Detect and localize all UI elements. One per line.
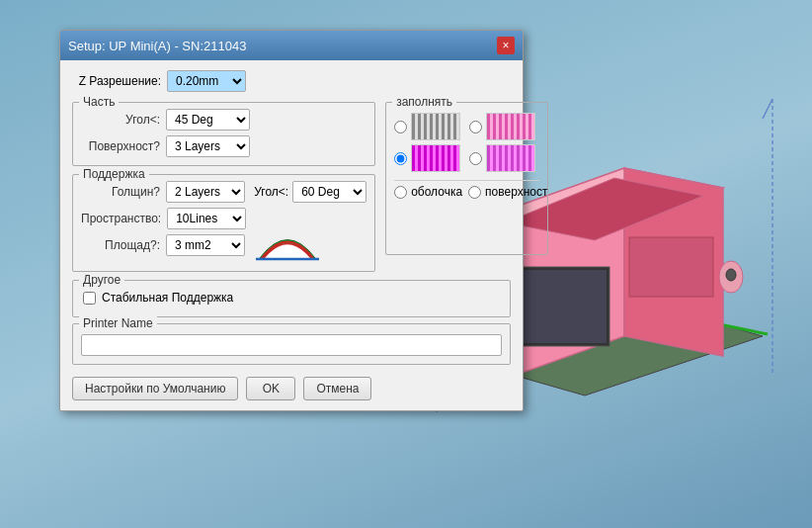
fill-pattern-4	[486, 144, 535, 172]
support-group: Поддержка Голщин? 2 Layers 1 Layers 3 La…	[72, 174, 375, 272]
support-right-col: Угол<: 60 Deg 45 Deg 75 Deg	[254, 181, 366, 263]
fill-pattern-3	[411, 144, 460, 172]
button-row: Настройки по Умолчанию OK Отмена	[72, 373, 511, 402]
dialog-title: Setup: UP Mini(A) - SN:211043	[68, 39, 246, 53]
support-arch-icon	[254, 212, 321, 263]
support-angle-label: Угол<:	[254, 185, 288, 199]
fill-option-1[interactable]	[394, 113, 465, 140]
fill-pattern-grey-v	[412, 114, 459, 139]
fill-radio-1[interactable]	[394, 121, 407, 133]
support-angle-select[interactable]: 60 Deg 45 Deg 75 Deg	[292, 181, 366, 203]
fill-option-4[interactable]	[469, 144, 540, 172]
angle-row: Угол<: 45 Deg 30 Deg 60 Deg	[81, 109, 366, 131]
fill-pattern-pink-m	[487, 145, 534, 171]
printer-name-group: Printer Name	[72, 323, 511, 365]
stable-support-row: Стабильная Поддержка	[81, 287, 502, 308]
shell-option[interactable]: оболочка	[394, 185, 462, 199]
ok-button[interactable]: OK	[246, 377, 295, 400]
other-group: Другое Стабильная Поддержка	[72, 280, 511, 317]
left-column: Часть Угол<: 45 Deg 30 Deg 60 Deg Поверх…	[72, 102, 375, 280]
part-group-label: Часть	[79, 95, 119, 109]
area-label: Площад?:	[81, 238, 160, 252]
surface-row: Поверхност? 3 Layers 2 Layers 4 Layers	[81, 135, 366, 157]
angle-select[interactable]: 45 Deg 30 Deg 60 Deg	[166, 109, 250, 131]
surface-label: Поверхност?	[81, 139, 160, 153]
thickness-row: Голщин? 2 Layers 1 Layers 3 Layers	[81, 181, 246, 203]
svg-rect-16	[629, 237, 713, 297]
z-resolution-row: Z Разрешение: 0.20mm 0.10mm 0.15mm 0.25m…	[72, 70, 511, 92]
fill-pattern-2	[486, 113, 535, 140]
other-group-label: Другое	[79, 273, 124, 287]
right-column: заполнять	[385, 102, 548, 280]
stable-support-label: Стабильная Поддержка	[102, 291, 233, 305]
fill-radio-3[interactable]	[394, 152, 407, 165]
setup-dialog: Setup: UP Mini(A) - SN:211043 × Z Разреш…	[59, 30, 524, 411]
surface-label2: поверхност	[485, 185, 547, 199]
z-resolution-label: Z Разрешение:	[72, 74, 161, 88]
surface-select[interactable]: 3 Layers 2 Layers 4 Layers	[166, 135, 250, 157]
surface-radio[interactable]	[468, 186, 481, 199]
cancel-button[interactable]: Отмена	[303, 377, 371, 400]
part-group: Часть Угол<: 45 Deg 30 Deg 60 Deg Поверх…	[72, 102, 375, 166]
support-group-label: Поддержка	[79, 167, 149, 181]
fill-pattern-pink-v	[487, 114, 534, 139]
close-button[interactable]: ×	[497, 37, 515, 54]
support-angle-row: Угол<: 60 Deg 45 Deg 75 Deg	[254, 181, 366, 203]
area-select[interactable]: 3 mm2 1 mm2 2 mm2 4 mm2	[166, 234, 245, 256]
fill-patterns-grid	[394, 109, 539, 172]
thickness-select[interactable]: 2 Layers 1 Layers 3 Layers	[166, 181, 245, 203]
svg-point-18	[726, 269, 736, 281]
surface-option[interactable]: поверхност	[468, 185, 547, 199]
printer-name-input[interactable]	[81, 334, 502, 356]
support-left-col: Голщин? 2 Layers 1 Layers 3 Layers Прост…	[81, 181, 246, 263]
fill-option-3[interactable]	[394, 144, 465, 172]
fill-radio-4[interactable]	[469, 152, 482, 165]
two-col-layout: Часть Угол<: 45 Deg 30 Deg 60 Deg Поверх…	[72, 102, 511, 280]
area-row: Площад?: 3 mm2 1 mm2 2 mm2 4 mm2	[81, 234, 246, 256]
dialog-titlebar: Setup: UP Mini(A) - SN:211043 ×	[60, 31, 523, 60]
space-select[interactable]: 10Lines 5Lines 8Lines 12Lines	[167, 208, 246, 229]
space-label: Пространство:	[81, 212, 161, 225]
z-resolution-select[interactable]: 0.20mm 0.10mm 0.15mm 0.25mm 0.30mm	[167, 70, 246, 92]
stable-support-checkbox[interactable]	[83, 292, 96, 305]
thickness-label: Голщин?	[81, 185, 160, 199]
defaults-button[interactable]: Настройки по Умолчанию	[72, 377, 238, 400]
space-row: Пространство: 10Lines 5Lines 8Lines 12Li…	[81, 208, 246, 229]
fill-pattern-1	[411, 113, 460, 140]
fill-radio-2[interactable]	[469, 121, 482, 133]
dialog-body: Z Разрешение: 0.20mm 0.10mm 0.15mm 0.25m…	[60, 60, 523, 410]
fill-group: заполнять	[385, 102, 548, 255]
angle-label: Угол<:	[81, 113, 160, 127]
shell-radio[interactable]	[394, 186, 407, 199]
shell-label: оболочка	[411, 185, 462, 199]
fill-group-label: заполнять	[392, 95, 456, 109]
printer-name-group-label: Printer Name	[79, 316, 157, 330]
fill-option-2[interactable]	[469, 113, 540, 140]
fill-pattern-magenta-v	[412, 145, 459, 171]
